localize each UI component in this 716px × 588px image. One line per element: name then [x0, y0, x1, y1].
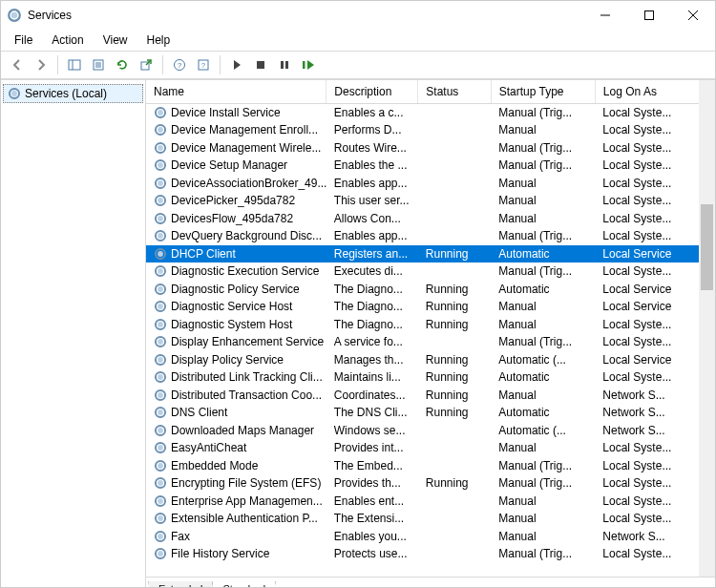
table-row[interactable]: Display Enhancement ServiceA service fo.…	[146, 333, 700, 351]
properties-button[interactable]	[88, 54, 109, 75]
service-logon: Local Service	[595, 351, 699, 369]
service-description: Enables a c...	[326, 104, 418, 122]
menu-action[interactable]: Action	[44, 32, 91, 49]
service-name: Enterprise App Managemen...	[171, 494, 323, 508]
service-status: Running	[418, 281, 491, 299]
window-title: Services	[28, 9, 72, 22]
table-row[interactable]: Embedded ModeThe Embed...Manual (Trig...…	[146, 457, 700, 475]
service-status	[418, 545, 491, 563]
service-description: Enables you...	[326, 528, 418, 546]
table-row[interactable]: DNS ClientThe DNS Cli...RunningAutomatic…	[146, 404, 700, 422]
service-logon: Local Syste...	[595, 192, 699, 210]
service-name: Diagnostic Execution Service	[171, 264, 319, 278]
table-row[interactable]: DeviceAssociationBroker_49...Enables app…	[146, 175, 700, 193]
table-row[interactable]: DevicePicker_495da782This user ser...Man…	[146, 192, 700, 210]
table-row[interactable]: EasyAntiCheatProvides int...ManualLocal …	[146, 439, 700, 457]
pause-service-button[interactable]	[274, 54, 295, 75]
svg-point-69	[158, 534, 163, 539]
service-icon	[154, 335, 167, 348]
service-startup: Automatic	[491, 404, 595, 422]
service-startup: Manual (Trig...	[491, 457, 595, 475]
help-2-button[interactable]: ?	[193, 54, 214, 75]
table-row[interactable]: FaxEnables you...ManualNetwork S...	[146, 528, 700, 546]
table-row[interactable]: Distributed Link Tracking Cli...Maintain…	[146, 368, 700, 387]
table-row[interactable]: Display Policy ServiceManages th...Runni…	[146, 351, 700, 369]
table-row[interactable]: DevicesFlow_495da782Allows Con...ManualL…	[146, 210, 700, 228]
service-startup: Manual	[491, 510, 595, 528]
refresh-button[interactable]	[112, 54, 133, 75]
table-row[interactable]: Device Management Wirele...Routes Wire..…	[146, 139, 700, 158]
service-status	[418, 457, 491, 475]
forward-button[interactable]	[31, 54, 52, 75]
close-button[interactable]	[671, 1, 715, 30]
minimize-button[interactable]	[583, 1, 627, 30]
service-logon: Local Syste...	[595, 262, 699, 281]
table-row[interactable]: Device Setup ManagerEnables the ...Manua…	[146, 157, 700, 175]
service-logon: Local Syste...	[595, 545, 699, 563]
svg-point-45	[158, 322, 163, 327]
service-description: The Diagno...	[326, 316, 418, 334]
menu-file[interactable]: File	[7, 32, 40, 49]
service-icon	[154, 424, 167, 437]
service-startup: Automatic	[491, 281, 595, 299]
table-row[interactable]: File History ServiceProtects use...Manua…	[146, 545, 700, 563]
svg-point-1	[11, 12, 18, 19]
col-startup[interactable]: Startup Type	[491, 80, 595, 104]
tree-item-services-local[interactable]: Services (Local)	[3, 84, 143, 103]
start-service-button[interactable]	[226, 54, 247, 75]
service-status	[418, 157, 491, 175]
table-row[interactable]: Diagnostic Policy ServiceThe Diagno...Ru…	[146, 281, 700, 299]
services-list[interactable]: Name Description Status Startup Type Log…	[146, 80, 715, 577]
tab-extended[interactable]: Extended	[148, 581, 213, 588]
service-description: The Diagno...	[326, 298, 418, 316]
scrollbar-thumb[interactable]	[701, 204, 713, 290]
service-startup: Manual	[491, 439, 595, 457]
col-logon[interactable]: Log On As	[595, 80, 699, 104]
table-row[interactable]: DevQuery Background Disc...Enables app..…	[146, 227, 700, 245]
svg-rect-16	[285, 61, 288, 69]
stop-service-button[interactable]	[250, 54, 271, 75]
table-row[interactable]: DHCP ClientRegisters an...RunningAutomat…	[146, 245, 700, 263]
service-icon	[154, 370, 167, 384]
maximize-button[interactable]	[627, 1, 671, 30]
column-headers[interactable]: Name Description Status Startup Type Log…	[146, 80, 700, 104]
menu-view[interactable]: View	[95, 32, 136, 49]
table-row[interactable]: Encrypting File System (EFS)Provides th.…	[146, 474, 700, 493]
service-status	[418, 510, 491, 528]
service-description: Protects use...	[326, 545, 418, 563]
service-description: Enables the ...	[326, 157, 418, 175]
table-row[interactable]: Distributed Transaction Coo...Coordinate…	[146, 387, 700, 405]
restart-service-button[interactable]	[298, 54, 319, 75]
table-row[interactable]: Diagnostic Service HostThe Diagno...Runn…	[146, 298, 700, 316]
col-status[interactable]: Status	[418, 80, 491, 104]
svg-point-37	[158, 251, 163, 257]
menu-help[interactable]: Help	[139, 32, 179, 49]
col-description[interactable]: Description	[326, 80, 418, 104]
service-description: The Diagno...	[326, 281, 418, 299]
tab-standard[interactable]: Standard	[212, 581, 276, 588]
table-row[interactable]: Extensible Authentication P...The Extens…	[146, 510, 700, 528]
service-name: Distributed Link Tracking Cli...	[171, 370, 323, 384]
col-name[interactable]: Name	[146, 80, 326, 104]
svg-text:?: ?	[178, 61, 182, 70]
service-name: DNS Client	[171, 406, 227, 419]
svg-point-23	[158, 127, 163, 133]
export-list-button[interactable]	[136, 54, 157, 75]
table-row[interactable]: Device Install ServiceEnables a c...Manu…	[146, 104, 700, 122]
service-startup: Manual (Trig...	[491, 157, 595, 175]
table-row[interactable]: Enterprise App Managemen...Enables ent..…	[146, 493, 700, 511]
service-status	[418, 528, 491, 546]
show-hide-tree-button[interactable]	[64, 54, 85, 75]
service-logon: Local Syste...	[595, 510, 699, 528]
table-row[interactable]: Downloaded Maps ManagerWindows se...Auto…	[146, 422, 700, 440]
service-description: The Embed...	[326, 457, 418, 475]
vertical-scrollbar[interactable]	[699, 80, 715, 577]
service-status: Running	[418, 298, 491, 316]
help-button[interactable]: ?	[169, 54, 190, 75]
table-row[interactable]: Device Management Enroll...Performs D...…	[146, 121, 700, 139]
table-row[interactable]: Diagnostic Execution ServiceExecutes di.…	[146, 262, 700, 281]
svg-point-39	[158, 268, 163, 274]
service-icon	[154, 530, 167, 543]
back-button[interactable]	[7, 54, 28, 75]
table-row[interactable]: Diagnostic System HostThe Diagno...Runni…	[146, 316, 700, 334]
